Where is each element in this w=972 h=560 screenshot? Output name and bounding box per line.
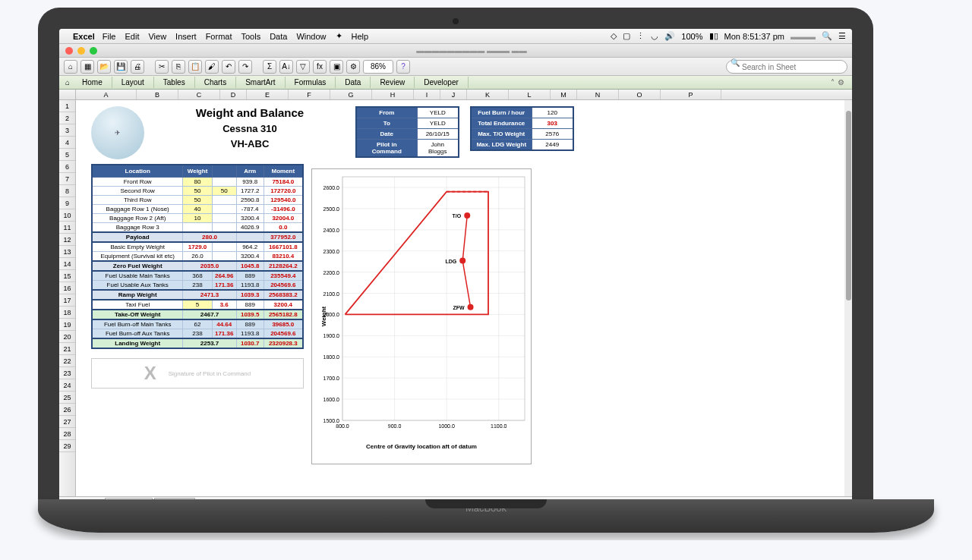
select-all-corner[interactable] [59, 90, 76, 99]
tab-developer[interactable]: Developer [415, 77, 469, 88]
row-header[interactable]: 25 [59, 392, 75, 404]
new-icon[interactable]: ▦ [80, 60, 94, 74]
menu-script-icon[interactable]: ✦ [336, 31, 342, 41]
col-header[interactable]: B [137, 90, 178, 99]
menu-insert[interactable]: Insert [175, 32, 197, 41]
col-header[interactable]: D [220, 90, 247, 99]
col-header[interactable]: J [440, 90, 467, 99]
row-header[interactable]: 8 [59, 185, 75, 197]
tab-formulas[interactable]: Formulas [286, 77, 336, 88]
ribbon-collapse-icon[interactable]: ˄ [831, 78, 835, 87]
row-header[interactable]: 2 [59, 112, 75, 124]
user-name[interactable]: ▬▬▬ [791, 32, 816, 41]
ribbon-gear-icon[interactable]: ⚙ [838, 78, 844, 87]
row-header[interactable]: 10 [59, 209, 75, 222]
wb-weight[interactable]: 50 [183, 187, 212, 196]
minimize-button[interactable] [77, 47, 85, 55]
tab-smartart[interactable]: SmartArt [236, 77, 285, 88]
row-header[interactable]: 29 [59, 440, 75, 452]
chart-icon[interactable]: ▣ [330, 60, 343, 74]
col-header[interactable]: K [467, 90, 509, 99]
col-header[interactable]: E [247, 90, 289, 99]
toolbox-icon[interactable]: ⚙ [346, 60, 360, 74]
tab-data[interactable]: Data [336, 77, 371, 88]
menu-format[interactable]: Format [206, 32, 232, 41]
row-header[interactable]: 23 [59, 367, 75, 379]
wb-weight[interactable]: 62 [183, 319, 212, 329]
clock[interactable]: Mon 8:51:37 pm [724, 32, 785, 41]
fx-icon[interactable]: fx [313, 60, 327, 74]
tab-review[interactable]: Review [371, 77, 415, 88]
col-header[interactable]: C [178, 90, 220, 99]
row-header[interactable]: 12 [59, 234, 75, 246]
maximize-button[interactable] [90, 47, 97, 55]
airplay-icon[interactable]: ▢ [623, 31, 630, 41]
filter-icon[interactable]: ▽ [296, 60, 310, 74]
col-header[interactable]: O [619, 90, 661, 99]
row-header[interactable]: 28 [59, 428, 75, 440]
wb-weight[interactable]: 10 [183, 214, 212, 223]
menu-file[interactable]: File [103, 32, 116, 41]
row-header[interactable]: 6 [59, 161, 75, 173]
copy-icon[interactable]: ⎘ [172, 60, 185, 74]
row-header[interactable]: 4 [59, 137, 75, 149]
row-header[interactable]: 17 [59, 294, 75, 307]
row-header[interactable]: 7 [59, 173, 75, 185]
wb-weight[interactable]: 368 [183, 271, 212, 281]
col-header[interactable]: A [76, 90, 137, 99]
row-header[interactable]: 9 [59, 197, 75, 209]
wb-weight[interactable]: 50 [183, 196, 212, 205]
wb-weight[interactable]: 80 [183, 178, 212, 187]
row-header[interactable]: 5 [59, 149, 75, 161]
help-icon[interactable]: ? [396, 60, 410, 74]
wb-weight[interactable]: 5 [183, 300, 212, 310]
open-icon[interactable]: 📂 [97, 60, 111, 74]
menu-data[interactable]: Data [270, 32, 287, 41]
app-name[interactable]: Excel [73, 32, 95, 41]
signal-icon[interactable]: ◡ [651, 31, 658, 41]
menu-help[interactable]: Help [352, 32, 369, 41]
wb-weight2[interactable]: 50 [212, 187, 236, 196]
search-input[interactable] [726, 60, 847, 74]
volume-icon[interactable]: 🔊 [664, 31, 675, 41]
row-header[interactable]: 27 [59, 416, 75, 428]
row-header[interactable]: 3 [59, 124, 75, 137]
wb-weight[interactable]: 238 [183, 281, 212, 291]
col-header[interactable]: I [414, 90, 440, 99]
zoom-level[interactable]: 86% [363, 60, 393, 74]
col-header[interactable]: M [551, 90, 577, 99]
col-header[interactable]: N [577, 90, 619, 99]
row-header[interactable]: 22 [59, 355, 75, 367]
menu-icon[interactable]: ☰ [838, 31, 846, 41]
row-header[interactable]: 18 [59, 307, 75, 319]
col-header[interactable]: H [372, 90, 414, 99]
menu-edit[interactable]: Edit [125, 32, 139, 41]
wb-weight[interactable]: 40 [183, 205, 212, 214]
row-header[interactable]: 16 [59, 282, 75, 294]
undo-icon[interactable]: ↶ [222, 60, 235, 74]
vertical-scrollbar[interactable] [844, 100, 852, 496]
row-header[interactable]: 11 [59, 222, 75, 234]
sort-icon[interactable]: A↓ [279, 60, 293, 74]
row-header[interactable]: 26 [59, 404, 75, 416]
col-header[interactable]: P [661, 90, 721, 99]
col-header[interactable]: G [330, 90, 372, 99]
row-header[interactable]: 21 [59, 343, 75, 355]
paste-icon[interactable]: 📋 [188, 60, 202, 74]
home-icon[interactable]: ⌂ [64, 60, 77, 74]
format-painter-icon[interactable]: 🖌 [205, 60, 219, 74]
dropbox-icon[interactable]: ◇ [611, 31, 617, 41]
row-header[interactable]: 13 [59, 246, 75, 258]
menu-view[interactable]: View [148, 32, 166, 41]
row-header[interactable]: 20 [59, 331, 75, 343]
save-icon[interactable]: 💾 [114, 60, 128, 74]
col-header[interactable]: F [289, 90, 330, 99]
tab-layout[interactable]: Layout [112, 77, 154, 88]
wb-weight[interactable]: 238 [183, 329, 212, 339]
row-header[interactable]: 15 [59, 270, 75, 282]
row-header[interactable]: 24 [59, 379, 75, 392]
spotlight-icon[interactable]: 🔍 [822, 31, 832, 41]
row-header[interactable]: 1 [59, 100, 75, 112]
row-header[interactable]: 14 [59, 258, 75, 270]
menu-tools[interactable]: Tools [241, 32, 260, 41]
